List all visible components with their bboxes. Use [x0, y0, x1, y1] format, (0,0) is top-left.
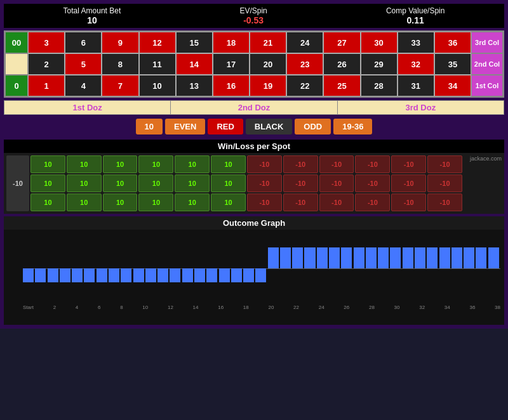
num-cell-26[interactable]: 26 [323, 53, 360, 75]
bar-24 [317, 247, 328, 268]
num-cell-3[interactable]: 3 [28, 32, 65, 53]
num-cell-1[interactable]: 1 [28, 75, 65, 96]
second-dozen[interactable]: 2nd Doz [171, 101, 337, 114]
bet-19-36-button[interactable]: 19-36 [333, 119, 372, 135]
x-label: 20 [268, 305, 274, 310]
num-cell-16[interactable]: 16 [213, 75, 250, 96]
wl-cell-2-8: -10 [319, 194, 354, 211]
num-cell-31[interactable]: 31 [398, 75, 434, 96]
ev-value: -0.53 [243, 15, 264, 25]
x-label: 36 [469, 305, 475, 310]
x-label: 24 [319, 305, 324, 310]
num-cell-25[interactable]: 25 [323, 75, 360, 96]
num-cell-27[interactable]: 27 [323, 32, 360, 53]
num-cell-32[interactable]: 32 [398, 53, 434, 75]
x-label: 34 [444, 305, 450, 310]
bar-18 [243, 268, 254, 282]
num-cell-35[interactable]: 35 [434, 53, 471, 75]
third-dozen[interactable]: 3rd Doz [338, 101, 504, 114]
wl-cell-2-1: 10 [67, 194, 102, 211]
bet-even-button[interactable]: EVEN [165, 119, 205, 135]
bar-7 [109, 268, 119, 282]
num-cell-11[interactable]: 11 [139, 53, 176, 75]
bar-32 [415, 247, 425, 268]
wl-cell-1-4: 10 [175, 174, 210, 192]
num-cell-2[interactable]: 2 [28, 53, 65, 75]
wl-cell-2-9: -10 [355, 194, 390, 211]
num-cell-22[interactable]: 22 [286, 75, 323, 96]
numbers-grid: 3691215182124273033362581114172023262932… [28, 32, 471, 96]
bar-14 [194, 268, 205, 282]
bar-5 [84, 268, 95, 282]
bar-34 [439, 247, 450, 268]
wl-left-value: -10 [6, 155, 29, 211]
column-labels: 3rd Col 2nd Col 1st Col [471, 32, 503, 96]
col-1-label[interactable]: 1st Col [471, 75, 503, 96]
num-cell-15[interactable]: 15 [176, 32, 213, 53]
bar-1 [35, 268, 46, 282]
x-label: 28 [369, 305, 375, 310]
bars-area [23, 233, 500, 303]
x-label: 14 [193, 305, 199, 310]
num-cell-34[interactable]: 34 [434, 75, 471, 96]
num-cell-29[interactable]: 29 [361, 53, 398, 75]
wl-cell-2-10: -10 [391, 194, 426, 211]
num-cell-6[interactable]: 6 [65, 32, 102, 53]
num-cell-33[interactable]: 33 [398, 32, 434, 53]
wl-cell-1-3: 10 [138, 174, 173, 192]
num-cell-8[interactable]: 8 [102, 53, 138, 75]
bar-35 [451, 247, 462, 268]
first-dozen[interactable]: 1st Doz [4, 101, 171, 114]
wl-cell-2-2: 10 [103, 194, 138, 211]
bet-black-button[interactable]: BLACK [246, 119, 293, 135]
num-cell-36[interactable]: 36 [434, 32, 471, 53]
wl-cell-0-2: 10 [103, 155, 138, 173]
num-cell-23[interactable]: 23 [286, 53, 323, 75]
zero-column: 00 0 [5, 32, 28, 96]
num-cell-5[interactable]: 5 [65, 53, 102, 75]
bet-red-button[interactable]: RED [208, 119, 243, 135]
num-cell-30[interactable]: 30 [361, 32, 398, 53]
num-cell-4[interactable]: 4 [65, 75, 102, 96]
ev-block: EV/Spin -0.53 [239, 6, 267, 25]
bet-odd-button[interactable]: ODD [295, 119, 331, 135]
num-cell-19[interactable]: 19 [250, 75, 286, 96]
num-cell-28[interactable]: 28 [361, 75, 398, 96]
num-cell-7[interactable]: 7 [102, 75, 138, 96]
bar-29 [378, 247, 389, 268]
wl-cell-0-6: -10 [247, 155, 282, 173]
num-cell-21[interactable]: 21 [250, 32, 286, 53]
bar-6 [97, 268, 107, 282]
wl-cell-2-7: -10 [283, 194, 318, 211]
wl-cell-0-8: -10 [319, 155, 354, 173]
watermark: jackace.com [464, 155, 502, 163]
wl-cell-1-11: -10 [427, 174, 462, 192]
num-cell-9[interactable]: 9 [102, 32, 138, 53]
ev-label: EV/Spin [239, 6, 267, 15]
total-bet-value: 10 [87, 15, 97, 25]
num-cell-17[interactable]: 17 [213, 53, 250, 75]
dozens-row: 1st Doz 2nd Doz 3rd Doz [4, 100, 504, 115]
single-zero-cell[interactable]: 0 [5, 75, 28, 96]
num-cell-14[interactable]: 14 [176, 53, 213, 75]
num-cell-10[interactable]: 10 [139, 75, 176, 96]
num-cell-13[interactable]: 13 [176, 75, 213, 96]
num-cell-20[interactable]: 20 [250, 53, 286, 75]
bar-3 [60, 268, 70, 282]
x-label: 30 [394, 305, 400, 310]
x-label: 8 [120, 305, 123, 310]
num-cell-24[interactable]: 24 [286, 32, 323, 53]
x-label: 12 [168, 305, 173, 310]
wl-cell-1-8: -10 [319, 174, 354, 192]
outside-bets-row: 10 EVEN RED BLACK ODD 19-36 [4, 116, 504, 137]
col-2-label[interactable]: 2nd Col [471, 53, 503, 75]
col-3-label[interactable]: 3rd Col [471, 32, 503, 53]
double-zero-cell[interactable]: 00 [5, 32, 28, 53]
num-cell-12[interactable]: 12 [139, 32, 176, 53]
wl-cell-2-4: 10 [175, 194, 210, 211]
x-axis: Start2468101214161820222426283032343638 [23, 303, 500, 310]
num-cell-18[interactable]: 18 [213, 32, 250, 53]
bar-21 [280, 247, 291, 268]
bet-1-18-button[interactable]: 10 [136, 119, 163, 135]
bar-16 [219, 268, 230, 282]
